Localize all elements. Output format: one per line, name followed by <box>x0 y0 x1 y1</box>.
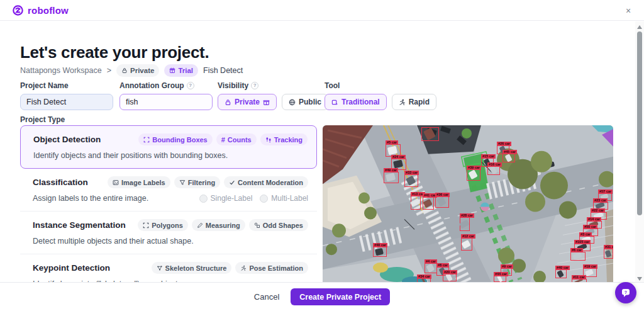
tool-rapid-button[interactable]: Rapid <box>392 94 436 110</box>
visibility-public-button[interactable]: Public <box>282 94 328 110</box>
car <box>426 264 435 273</box>
trial-badge: Trial <box>164 64 198 77</box>
bounding-box: #12 car <box>461 238 472 251</box>
bbox-label: #50 car <box>583 225 597 229</box>
roboflow-mark-icon <box>13 5 23 16</box>
car <box>436 197 446 207</box>
breadcrumb-workspace[interactable]: Nattapongs Workspace <box>20 66 102 75</box>
bbox-label: #40 car <box>555 266 570 270</box>
project-type-classification[interactable]: Classification Image Labels <box>20 169 317 212</box>
bbox-label: #9 car <box>501 264 513 269</box>
bbox-label: #5 car <box>386 140 398 145</box>
bounding-box-tool-icon <box>331 99 338 106</box>
tag-content-moderation: Content Moderation <box>224 176 308 188</box>
tag-tracking: Tracking <box>260 133 308 145</box>
trial-badge-label: Trial <box>178 67 193 74</box>
multi-label-radio[interactable]: Multi-Label <box>260 194 308 203</box>
hash-icon: # <box>221 136 225 144</box>
tool-traditional-button[interactable]: Traditional <box>325 94 387 110</box>
tag-label: Measuring <box>206 222 240 229</box>
help-icon[interactable]: ? <box>251 82 258 89</box>
classification-title: Classification <box>33 178 88 187</box>
bbox-label: #22 car <box>591 208 605 213</box>
bbox-label: #16 car <box>487 162 502 167</box>
tool-field-group: Tool Traditional Rapid <box>325 81 436 110</box>
gift-icon <box>263 99 270 106</box>
bounding-box: #20 car <box>443 274 457 281</box>
car <box>423 127 436 140</box>
tag-counts: # Counts <box>216 133 257 145</box>
tag-label: Tracking <box>274 136 303 144</box>
single-label-radio[interactable]: Single-Label <box>199 194 253 203</box>
bbox-label: #15 car <box>481 154 496 159</box>
help-icon[interactable]: ? <box>187 82 194 89</box>
project-type-object-detection[interactable]: Object Detection Bounding Boxes # Counts <box>20 125 317 169</box>
car <box>504 154 512 162</box>
car <box>557 269 564 278</box>
bbox-label: #12 car <box>461 234 475 239</box>
bounding-box-icon <box>143 137 150 143</box>
bbox-label: #34 car <box>417 274 431 279</box>
scrollbar-thumb[interactable] <box>637 31 642 215</box>
pencil-icon <box>197 222 203 229</box>
preview-image: #5 car#24 car#49 car#33 car#13 car#41 ca… <box>323 125 613 282</box>
roboflow-logo[interactable]: roboflow <box>13 5 69 16</box>
tool-label: Tool <box>325 81 340 90</box>
bounding-box: #31 car <box>604 249 613 259</box>
rapid-runner-icon <box>399 99 406 106</box>
bbox-label: #14 car <box>587 217 601 222</box>
car <box>462 239 471 248</box>
car <box>459 220 469 229</box>
bbox-label: #57 car <box>598 189 613 194</box>
car <box>387 145 397 155</box>
bounding-box: #16 car <box>487 166 500 175</box>
project-name-label: Project Name <box>20 81 113 90</box>
visibility-label: Visibility <box>218 81 248 90</box>
scroll-up-icon[interactable] <box>637 25 642 29</box>
project-name-input[interactable] <box>20 94 113 110</box>
bounding-box: #48 car <box>373 247 387 257</box>
bbox-label: #8 car <box>436 263 449 268</box>
breadcrumb-project: Fish Detect <box>203 66 243 75</box>
visibility-private-button[interactable]: Private <box>218 94 277 110</box>
annotation-group-input[interactable] <box>119 94 213 110</box>
car <box>406 175 416 186</box>
bounding-box: #49 car <box>384 172 399 183</box>
create-private-project-button[interactable]: Create Private Project <box>291 288 390 305</box>
car <box>468 170 477 180</box>
bbox-label: #33 car <box>404 171 419 175</box>
breadcrumb: Nattapongs Workspace > Private Trial Fis… <box>20 64 243 77</box>
help-chat-button[interactable]: ? <box>615 282 636 303</box>
cancel-button[interactable]: Cancel <box>254 292 279 302</box>
multi-label-text: Multi-Label <box>271 194 308 203</box>
project-type-instance-segmentation[interactable]: Instance Segmentation Polygons Measuring <box>20 212 317 254</box>
car <box>393 160 403 169</box>
scroll-down-icon[interactable] <box>637 277 642 281</box>
bbox-label: #23 car <box>593 198 608 203</box>
tag-label: Pose Estimation <box>249 264 303 272</box>
bbox-label: #19 car <box>583 264 597 269</box>
project-type-keypoint-detection[interactable]: Keypoint Detection Skeleton Structure <box>20 254 317 282</box>
tag-pose-estimation: Pose Estimation <box>235 262 308 274</box>
tool-traditional-label: Traditional <box>341 98 380 106</box>
keypoint-detection-title: Keypoint Detection <box>33 263 110 273</box>
bbox-label: #48 car <box>373 243 387 247</box>
tag-polygons: Polygons <box>138 219 188 231</box>
scrollbar[interactable] <box>635 21 644 282</box>
shapes-icon <box>254 222 260 229</box>
image-icon <box>113 179 119 186</box>
create-project-page: roboflow × Let's create your project. Na… <box>0 0 644 311</box>
tag-label: Bounding Boxes <box>152 136 207 144</box>
gift-icon <box>169 67 175 74</box>
bounding-box <box>421 127 439 141</box>
close-icon[interactable]: × <box>623 5 634 16</box>
radio-circle-icon <box>199 195 208 203</box>
bounding-box: #33 car <box>404 174 418 187</box>
tag-filtering: Filtering <box>174 176 220 188</box>
bbox-label: #4 car <box>425 259 437 264</box>
car <box>489 166 497 175</box>
top-bar: roboflow × <box>0 0 644 21</box>
filter-icon <box>179 179 186 186</box>
bbox-label: #28 car <box>460 213 474 218</box>
bounding-box: #41 car <box>423 197 434 210</box>
